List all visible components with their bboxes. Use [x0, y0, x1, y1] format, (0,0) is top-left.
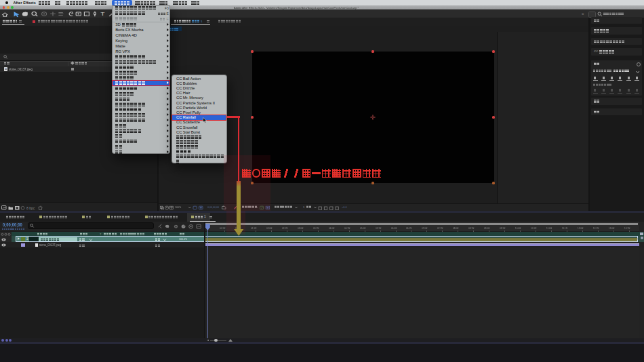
svg-text:8 bpc: 8 bpc: [26, 206, 35, 210]
svg-text:T: T: [100, 12, 105, 18]
